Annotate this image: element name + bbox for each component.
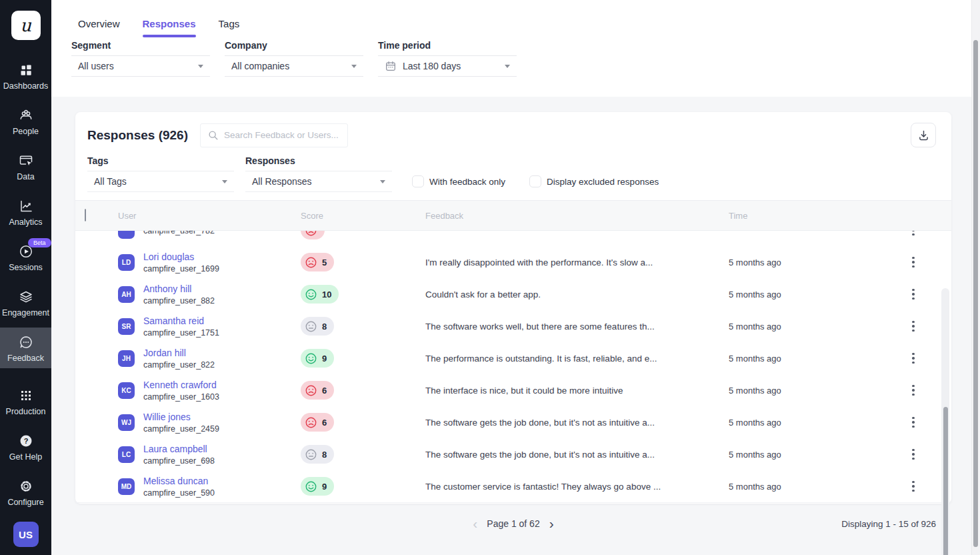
row-menu-button[interactable]: [895, 285, 932, 304]
table-row[interactable]: LC Laura campbell campfire_user_698 8 Th…: [75, 438, 951, 470]
chevron-down-icon: [198, 65, 203, 68]
sidebar-item-people[interactable]: People: [0, 101, 51, 141]
score-value: 8: [322, 450, 327, 460]
app-logo[interactable]: u: [11, 11, 41, 40]
user-name[interactable]: Willie jones: [143, 412, 191, 422]
tab-overview[interactable]: Overview: [78, 18, 120, 37]
avatar: WJ: [118, 414, 135, 431]
table-row[interactable]: SR Samantha reid campfire_user_1751 8 Th…: [75, 310, 951, 342]
row-menu-button[interactable]: [895, 445, 932, 464]
chevron-down-icon: [222, 180, 227, 183]
feedback-text: Couldn't ask for a better app.: [425, 290, 721, 300]
company-value: All companies: [231, 61, 351, 71]
display-excluded-checkbox[interactable]: [529, 175, 541, 187]
user-avatar-menu[interactable]: US: [13, 522, 39, 547]
tab-responses[interactable]: Responses: [143, 18, 196, 37]
row-menu-button[interactable]: [895, 381, 932, 400]
sidebar-item-get-help[interactable]: ? Get Help: [0, 426, 51, 467]
table-row[interactable]: WJ Willie jones campfire_user_2459 6 The…: [75, 406, 951, 438]
table-row[interactable]: JH Jordan hill campfire_user_822 9 The p…: [75, 342, 951, 374]
user-name[interactable]: Anthony hill: [143, 284, 191, 294]
responses-select[interactable]: All Responses: [245, 171, 392, 192]
score-badge: 6: [301, 381, 334, 400]
column-header-time: Time: [721, 211, 895, 221]
feedback-text: The performance is outstanding. It is fa…: [425, 354, 721, 364]
download-icon: [917, 129, 930, 141]
people-icon: [18, 107, 34, 124]
time-text: 5 months ago: [721, 418, 895, 428]
column-header-user: User: [118, 211, 301, 221]
sidebar-item-configure[interactable]: Configure: [0, 472, 51, 512]
row-menu-button[interactable]: [895, 349, 932, 368]
sidebar-item-data[interactable]: Data: [0, 146, 51, 187]
sidebar-item-engagement[interactable]: Engagement: [0, 282, 51, 323]
score-badge: 9: [301, 477, 334, 496]
row-menu-button[interactable]: [895, 317, 932, 336]
table-row[interactable]: KC Kenneth crawford campfire_user_1603 6…: [75, 374, 951, 406]
user-username: campfire_user_782: [143, 231, 215, 236]
tags-label: Tags: [87, 155, 234, 171]
sidebar-item-sessions[interactable]: Beta Sessions: [0, 237, 51, 278]
sidebar-item-label: Engagement: [2, 308, 49, 318]
with-feedback-only-option[interactable]: With feedback only: [412, 175, 505, 187]
sidebar: u Dashboards People Data Analytics: [0, 0, 51, 555]
score-badge: 8: [301, 445, 334, 464]
data-icon: [18, 152, 34, 169]
row-menu-button[interactable]: [895, 413, 932, 432]
segment-filter: Segment All users: [71, 40, 210, 77]
display-excluded-option[interactable]: Display excluded responses: [529, 175, 659, 187]
sidebar-item-feedback[interactable]: Feedback: [0, 328, 51, 368]
user-name[interactable]: Lori douglas: [143, 251, 194, 262]
sidebar-item-production[interactable]: Production: [0, 381, 51, 422]
score-value: 10: [322, 290, 331, 300]
avatar: AH: [118, 286, 135, 303]
user-name[interactable]: Samantha reid: [143, 316, 204, 326]
sidebar-item-dashboards[interactable]: Dashboards: [0, 55, 51, 96]
previous-page-button[interactable]: ‹: [469, 517, 481, 530]
table-row[interactable]: MD Melissa duncan campfire_user_590 9 Th…: [75, 470, 951, 502]
tab-tags[interactable]: Tags: [219, 18, 240, 37]
next-page-button[interactable]: ›: [545, 517, 558, 530]
company-select[interactable]: All companies: [225, 55, 363, 77]
user-name[interactable]: Melissa duncan: [143, 476, 208, 486]
user-username: campfire_user_1699: [143, 263, 219, 274]
table-row[interactable]: campfire_user_782: [75, 231, 951, 246]
column-header-score: Score: [301, 211, 425, 221]
help-icon: ?: [18, 432, 34, 450]
row-menu-button[interactable]: [895, 253, 932, 271]
page-scrollbar[interactable]: [971, 0, 980, 555]
with-feedback-only-checkbox[interactable]: [412, 175, 424, 187]
time-text: 5 months ago: [721, 257, 895, 267]
sentiment-face-icon: [305, 480, 317, 493]
card-header: Responses (926): [75, 112, 951, 147]
download-button[interactable]: [911, 123, 936, 147]
row-menu-button[interactable]: [895, 231, 932, 239]
analytics-icon: [18, 197, 34, 215]
beta-badge: Beta: [28, 238, 51, 247]
content-area: Responses (926) Tag: [51, 97, 980, 555]
avatar: MD: [118, 478, 135, 495]
row-menu-button[interactable]: [895, 477, 932, 496]
avatar: LD: [118, 254, 135, 271]
main-area: Overview Responses Tags Segment All user…: [51, 0, 980, 555]
table-row[interactable]: AH Anthony hill campfire_user_882 10 Cou…: [75, 278, 951, 310]
page-scrollbar-thumb[interactable]: [973, 40, 978, 547]
table-row[interactable]: LD Lori douglas campfire_user_1699 5 I'm…: [75, 246, 951, 278]
user-name[interactable]: Kenneth crawford: [143, 380, 217, 390]
configure-icon: [18, 478, 34, 495]
global-filters: Segment All users Company All companies …: [78, 40, 980, 77]
sidebar-item-label: Analytics: [9, 217, 42, 227]
score-value: 9: [322, 482, 327, 492]
user-name[interactable]: Laura campbell: [143, 444, 207, 454]
segment-select[interactable]: All users: [71, 55, 210, 77]
user-name[interactable]: Jordan hill: [143, 348, 186, 358]
feedback-text: The software works well, but there are s…: [425, 322, 721, 332]
user-username: campfire_user_822: [143, 360, 215, 370]
sidebar-item-analytics[interactable]: Analytics: [0, 191, 51, 232]
select-all-checkbox[interactable]: [85, 209, 86, 221]
time-period-select[interactable]: Last 180 days: [378, 55, 517, 77]
tags-select[interactable]: All Tags: [87, 171, 234, 192]
feedback-text: I'm really disappointed with the perform…: [425, 257, 721, 267]
search-input[interactable]: [224, 130, 341, 140]
top-bar: Overview Responses Tags Segment All user…: [51, 0, 980, 97]
